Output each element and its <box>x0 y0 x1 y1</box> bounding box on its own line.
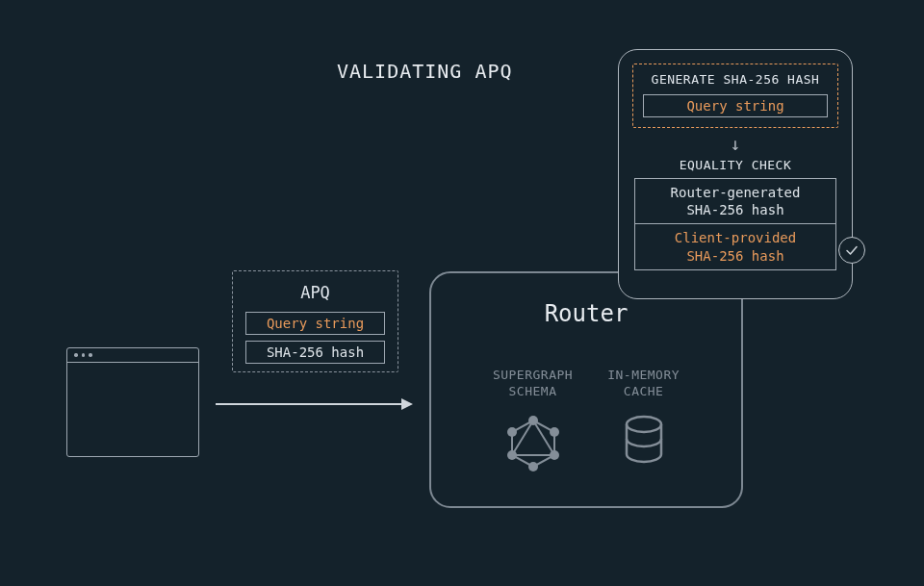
in-memory-cache-label: IN-MEMORY CACHE <box>607 368 680 400</box>
svg-point-6 <box>550 450 559 460</box>
svg-point-10 <box>627 417 661 432</box>
diagram-title: VALIDATING APQ <box>337 60 513 83</box>
in-memory-cache-col: IN-MEMORY CACHE <box>607 368 680 473</box>
browser-dot <box>89 353 92 357</box>
apq-sha256-hash: SHA-256 hash <box>245 341 385 364</box>
supergraph-schema-col: SUPERGRAPH SCHEMA <box>493 368 573 473</box>
svg-point-4 <box>528 416 538 425</box>
browser-window-icon <box>66 347 199 457</box>
supergraph-line2: SCHEMA <box>509 384 557 398</box>
router-label: Router <box>431 300 741 327</box>
equality-check-title: EQUALITY CHECK <box>632 158 838 172</box>
svg-point-8 <box>507 450 517 460</box>
cache-line2: CACHE <box>624 384 664 398</box>
svg-point-5 <box>550 427 559 437</box>
eq-router-l1: Router-generated <box>671 185 801 200</box>
browser-chrome <box>67 348 198 363</box>
browser-dot <box>82 353 86 357</box>
eq-client-l1: Client-provided <box>675 230 796 245</box>
browser-dot <box>74 353 78 357</box>
equality-router-hash: Router-generated SHA-256 hash <box>634 178 836 224</box>
router-columns: SUPERGRAPH SCHEMA <box>431 368 741 473</box>
cache-line1: IN-MEMORY <box>607 368 680 382</box>
svg-point-7 <box>528 462 538 471</box>
supergraph-schema-label: SUPERGRAPH SCHEMA <box>493 368 573 400</box>
database-icon <box>621 414 667 468</box>
apq-label: APQ <box>233 283 398 302</box>
request-arrow-icon <box>216 398 418 400</box>
eq-client-l2: SHA-256 hash <box>686 248 783 264</box>
down-arrow-icon: ↓ <box>632 134 838 154</box>
graph-schema-icon <box>503 414 563 473</box>
svg-point-9 <box>507 427 517 437</box>
generate-hash-input: Query string <box>643 94 828 117</box>
apq-payload-box: APQ Query string SHA-256 hash <box>232 270 398 372</box>
equality-client-hash: Client-provided SHA-256 hash <box>634 224 836 269</box>
supergraph-line1: SUPERGRAPH <box>493 368 573 382</box>
generate-hash-title: GENERATE SHA-256 HASH <box>643 72 828 87</box>
validation-panel: GENERATE SHA-256 HASH Query string ↓ EQU… <box>618 49 853 299</box>
router-box: Router SUPERGRAPH SCHEMA <box>429 271 743 508</box>
checkmark-icon <box>838 237 865 264</box>
generate-hash-box: GENERATE SHA-256 HASH Query string <box>632 64 838 128</box>
eq-router-l2: SHA-256 hash <box>686 202 783 217</box>
apq-query-string: Query string <box>245 312 385 335</box>
